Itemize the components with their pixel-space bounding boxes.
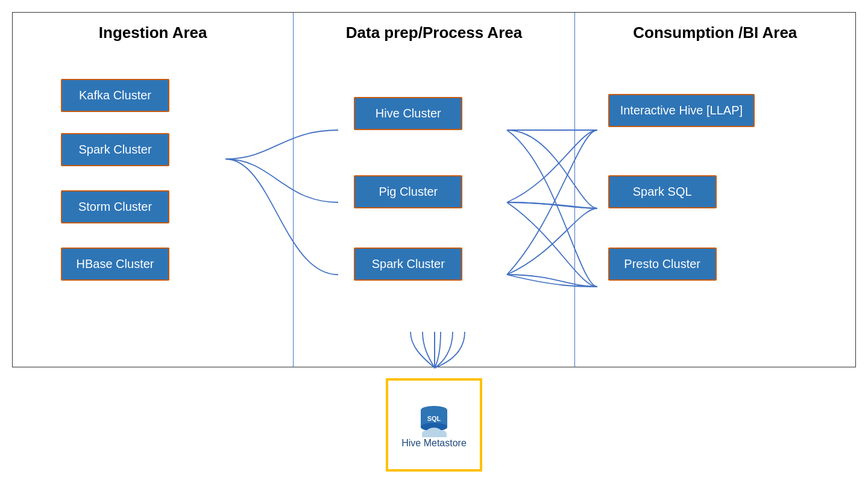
svg-rect-7 [422,434,447,437]
process-title: Data prep/Process Area [294,13,574,48]
columns-area: Ingestion Area Kafka Cluster Spark Clust… [12,12,856,367]
spark-process-cluster: Spark Cluster [354,248,462,281]
interactive-hive-cluster: Interactive Hive [LLAP] [608,94,755,127]
ingestion-title: Ingestion Area [13,13,293,48]
bottom-area: SQL Hive Metastore [12,367,856,482]
ingestion-column: Ingestion Area Kafka Cluster Spark Clust… [13,13,294,367]
pig-cluster: Pig Cluster [354,175,462,208]
consumption-title: Consumption /BI Area [575,13,855,48]
consumption-column: Consumption /BI Area Interactive Hive [L… [575,13,855,367]
presto-cluster: Presto Cluster [608,248,717,281]
spark-sql-cluster: Spark SQL [608,175,717,208]
hbase-cluster: HBase Cluster [61,248,169,281]
spark-ingestion-cluster: Spark Cluster [61,133,169,166]
sql-icon: SQL [415,402,454,438]
hive-process-cluster: Hive Cluster [354,97,462,130]
main-container: Ingestion Area Kafka Cluster Spark Clust… [12,12,856,482]
process-column: Data prep/Process Area Hive Cluster Pig … [294,13,574,367]
hive-metastore-box: SQL Hive Metastore [386,378,482,472]
kafka-cluster: Kafka Cluster [61,79,169,112]
metastore-label: Hive Metastore [401,438,467,449]
storm-cluster: Storm Cluster [61,190,169,223]
svg-text:SQL: SQL [427,415,441,422]
